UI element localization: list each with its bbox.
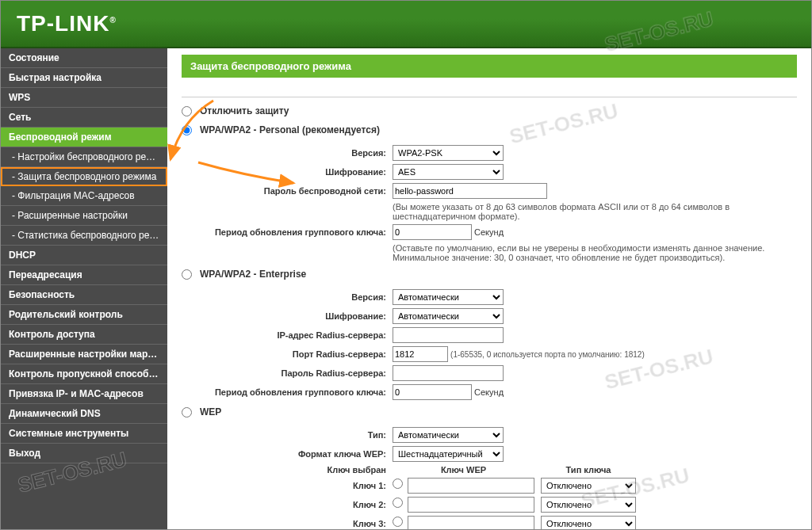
sidebar-item[interactable]: Безопасность <box>1 285 167 305</box>
wep-key-type-select[interactable]: Отключено <box>541 497 636 513</box>
wep-header-key: Ключ WEP <box>389 463 538 476</box>
wep-type-select[interactable]: Автоматически <box>393 427 504 443</box>
wep-key-radio[interactable] <box>393 498 403 508</box>
ent-version-select[interactable]: Автоматически <box>393 289 504 305</box>
sidebar-item[interactable]: DHCP <box>1 246 167 265</box>
sidebar-item[interactable]: Контроль доступа <box>1 325 167 345</box>
ent-cipher-label: Шифрование: <box>191 307 389 326</box>
wep-key-radio[interactable] <box>393 517 403 527</box>
sidebar-item[interactable]: WPS <box>1 88 167 108</box>
ent-groupkey-input[interactable] <box>393 384 472 400</box>
header-bar: TP-LINK® <box>1 1 811 48</box>
section-disable[interactable]: Отключить защиту <box>182 105 797 116</box>
radius-port-input[interactable] <box>393 346 448 362</box>
wep-key-label: Ключ 2: <box>191 495 389 514</box>
sidebar: СостояниеБыстрая настройкаWPSСетьБеспров… <box>1 48 167 529</box>
radius-ip-label: IP-адрес Radius-сервера: <box>191 326 389 345</box>
groupkey-hint: (Оставьте по умолчанию, если вы не увере… <box>389 242 797 264</box>
password-input[interactable] <box>393 183 547 199</box>
radio-wpa-personal[interactable] <box>182 125 192 135</box>
sidebar-item[interactable]: Состояние <box>1 48 167 68</box>
radio-wep[interactable] <box>182 407 192 418</box>
section-wpa-enterprise[interactable]: WPA/WPA2 - Enterprise <box>182 269 797 280</box>
password-hint: (Вы можете указать от 8 до 63 символов ф… <box>389 200 797 223</box>
section-wpa-personal-label: WPA/WPA2 - Personal (рекомендуется) <box>200 124 380 135</box>
wep-type-label: Тип: <box>191 425 389 444</box>
wep-key-label: Ключ 1: <box>191 476 389 495</box>
section-wep[interactable]: WEP <box>182 406 797 418</box>
sidebar-item[interactable]: Беспроводной режим <box>1 128 167 147</box>
wep-key-input[interactable] <box>408 516 534 529</box>
wpa-enterprise-form: Версия: Автоматически Шифрование: Автома… <box>191 288 648 402</box>
radius-pwd-input[interactable] <box>393 365 504 381</box>
wep-key-type-select[interactable]: Отключено <box>541 478 636 494</box>
groupkey-unit: Секунд <box>474 227 504 237</box>
groupkey-input[interactable] <box>393 224 472 240</box>
wep-key-input[interactable] <box>408 478 534 494</box>
section-wpa-personal[interactable]: WPA/WPA2 - Personal (рекомендуется) <box>182 124 797 135</box>
section-disable-label: Отключить защиту <box>200 105 289 116</box>
wep-format-label: Формат ключа WEP: <box>191 444 389 463</box>
wep-key-radio[interactable] <box>393 479 403 489</box>
sidebar-item[interactable]: Сеть <box>1 108 167 128</box>
sidebar-item[interactable]: Привязка IP- и MAC-адресов <box>1 384 167 404</box>
version-select[interactable]: WPA2-PSK <box>393 145 504 161</box>
sidebar-item[interactable]: Переадресация <box>1 265 167 285</box>
sidebar-item[interactable]: - Настройки беспроводного режима <box>1 147 167 167</box>
content-panel: Защита беспроводного режима Отключить за… <box>167 48 811 529</box>
ent-version-label: Версия: <box>191 288 389 307</box>
radius-port-hint: (1-65535, 0 используется порта по умолча… <box>450 350 645 359</box>
wep-key-label: Ключ 3: <box>191 514 389 529</box>
sidebar-item[interactable]: Расширенные настройки маршрутизации <box>1 345 167 364</box>
panel-title: Защита беспроводного режима <box>182 55 797 78</box>
sidebar-item[interactable]: - Защита беспроводного режима <box>1 167 167 186</box>
section-wpa-enterprise-label: WPA/WPA2 - Enterprise <box>200 269 306 280</box>
wep-header-type: Тип ключа <box>538 463 639 476</box>
wpa-personal-form: Версия: WPA2-PSK Шифрование: AES Пароль … <box>191 143 797 264</box>
ent-groupkey-label: Период обновления группового ключа: <box>191 383 389 402</box>
radio-disable[interactable] <box>182 106 192 116</box>
wep-selected-label: Ключ выбран <box>191 463 389 476</box>
sidebar-item[interactable]: Родительский контроль <box>1 305 167 325</box>
wep-form: Тип: Автоматически Формат ключа WEP: Шес… <box>191 425 639 529</box>
sidebar-item[interactable]: Выход <box>1 444 167 463</box>
sidebar-item[interactable]: Системные инструменты <box>1 424 167 444</box>
wep-key-type-select[interactable]: Отключено <box>541 516 636 529</box>
ent-cipher-select[interactable]: Автоматически <box>393 308 504 324</box>
radius-pwd-label: Пароль Radius-сервера: <box>191 364 389 383</box>
radio-wpa-enterprise[interactable] <box>182 269 192 280</box>
radius-port-label: Порт Radius-сервера: <box>191 345 389 364</box>
sidebar-item[interactable]: Динамический DNS <box>1 404 167 424</box>
ent-groupkey-unit: Секунд <box>474 387 504 397</box>
groupkey-label: Период обновления группового ключа: <box>191 223 389 242</box>
sidebar-item[interactable]: Быстрая настройка <box>1 68 167 88</box>
sidebar-item[interactable]: - Статистика беспроводного режима <box>1 226 167 246</box>
wep-key-input[interactable] <box>408 497 534 513</box>
brand-logo: TP-LINK® <box>17 11 117 36</box>
section-wep-label: WEP <box>200 406 221 418</box>
version-label: Версия: <box>191 143 389 162</box>
wep-format-select[interactable]: Шестнадцатеричный <box>393 446 504 462</box>
sidebar-item[interactable]: Контроль пропускной способности <box>1 364 167 384</box>
sidebar-item[interactable]: - Фильтрация MAC-адресов <box>1 186 167 206</box>
cipher-label: Шифрование: <box>191 162 389 181</box>
cipher-select[interactable]: AES <box>393 164 504 180</box>
radius-ip-input[interactable] <box>393 327 504 343</box>
password-label: Пароль беспроводной сети: <box>191 181 389 200</box>
sidebar-item[interactable]: - Расширенные настройки <box>1 206 167 226</box>
